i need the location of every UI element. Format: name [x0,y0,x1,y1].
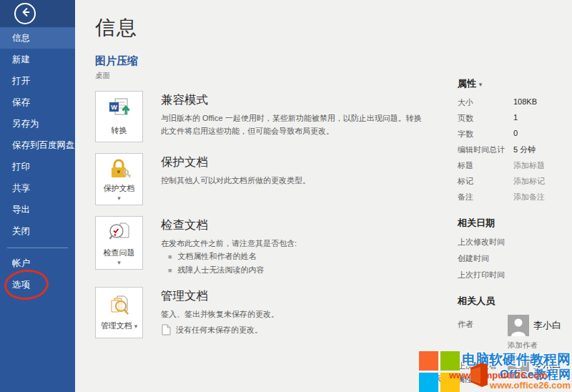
add-author-link[interactable]: 添加作者 [508,340,571,351]
lock-key-icon [108,158,131,182]
avatar [508,315,529,336]
sidebar-item-new[interactable]: 新建 [0,49,75,70]
sidebar-item-account[interactable]: 帐户 [0,253,75,274]
svg-text:W: W [111,104,117,111]
prop-row-comments: 备注 添加备注 [458,192,571,202]
prop-row-words: 字数 0 [458,129,571,139]
modifier-chip[interactable]: 李小白 [508,356,561,378]
author-chip[interactable]: 李小白 [508,315,561,336]
last-modifier-row: 上次修改者 李小白 [458,356,571,378]
inspect-heading: 检查文档 [161,217,297,233]
related-dates-section: 相关日期 上次修改时间 创建时间 上次打印时间 [458,217,571,280]
add-title-field[interactable]: 添加标题 [513,160,545,171]
bullet-icon: ■ [168,252,172,263]
convert-word-icon: W [107,97,132,124]
manage-document-icon [107,294,132,319]
protect-desc: 控制其他人可以对此文档所做的更改类型。 [161,174,310,187]
related-people-section: 相关人员 作者 李小白 添加作者 上次修改者 [458,295,571,378]
inspect-desc: 在发布此文件之前，请注意其是否包含: [161,237,297,250]
document-icon [161,324,171,335]
sidebar-item-print[interactable]: 打印 [0,156,75,177]
backstage-sidebar: 信息 新建 打开 保存 另存为 保存到百度网盘 打印 共享 导出 关闭 帐户 选… [0,0,75,392]
created-row: 创建时间 [458,253,571,264]
inspect-section: 检查问题 ▾ 检查文档 在发布此文件之前，请注意其是否包含: ■ 文档属性和作者… [95,216,450,277]
manage-button-label: 管理文档 ▾ [101,321,138,331]
manage-heading: 管理文档 [161,288,279,304]
compatibility-desc: 与旧版本的 Office 一起使用时，某些新功能被禁用，以防止出现问题。转换此文… [161,112,422,137]
sidebar-divider [7,248,68,248]
prop-row-edit-time: 编辑时间总计 5 分钟 [458,144,571,155]
add-tags-field[interactable]: 添加标记 [513,176,545,187]
bullet-icon: ■ [168,265,172,276]
sidebar-item-options-label: 选项 [12,280,30,290]
inspect-document-icon [108,221,131,246]
document-title: 图片压缩 [95,54,450,68]
manage-desc: 签入、签出并恢复未保存的更改。 [161,308,279,320]
avatar [508,356,529,378]
prop-row-size: 大小 108KB [458,97,571,108]
manage-section: 管理文档 ▾ 管理文档 签入、签出并恢复未保存的更改。 没有任何未保存的更改。 [95,287,450,338]
sidebar-item-info[interactable]: 信息 [0,27,75,49]
unsaved-changes-note: 没有任何未保存的更改。 [161,324,279,335]
properties-rail: 属性 ▾ 大小 108KB 页数 1 字数 0 编辑时间总计 5 分钟 标题 添… [458,77,571,392]
check-issues-dropdown-caret: ▾ [117,260,121,265]
sidebar-item-save-as[interactable]: 另存为 [0,113,75,134]
protect-button-label: 保护文档 [104,184,135,194]
add-comments-field[interactable]: 添加备注 [513,192,545,202]
compatibility-heading: 兼容模式 [161,92,422,108]
manage-document-button[interactable]: 管理文档 ▾ [95,287,143,338]
word-backstage-window: 信息 新建 打开 保存 另存为 保存到百度网盘 打印 共享 导出 关闭 帐户 选… [0,0,572,392]
sidebar-item-share[interactable]: 共享 [0,177,75,199]
sidebar-item-save[interactable]: 保存 [0,92,75,113]
related-people-header: 相关人员 [458,295,571,308]
inspect-bullet-1: ■ 文档属性和作者的姓名 [168,250,297,263]
last-modified-row: 上次修改时间 [458,237,571,248]
manage-dropdown-caret: ▾ [134,323,138,330]
sidebar-item-export[interactable]: 导出 [0,199,75,220]
protect-dropdown-caret: ▾ [117,196,121,200]
prop-row-tags: 标记 添加标记 [458,176,571,187]
check-for-issues-button[interactable]: 检查问题 ▾ [95,216,143,270]
sidebar-item-save-to-baidu[interactable]: 保存到百度网盘 [0,134,75,156]
compatibility-section: W 转换 兼容模式 与旧版本的 Office 一起使用时，某些新功能被禁用，以防… [95,91,450,142]
protect-document-button[interactable]: 保护文档 ▾ [95,153,143,205]
document-location: 桌面 [95,71,450,81]
author-row: 作者 李小白 [458,315,571,336]
protect-section: 保护文档 ▾ 保护文档 控制其他人可以对此文档所做的更改类型。 [95,153,450,205]
protect-heading: 保护文档 [161,155,310,170]
prop-row-pages: 页数 1 [458,113,571,124]
prop-row-title: 标题 添加标题 [458,160,571,171]
inspect-bullet-2: ■ 残障人士无法阅读的内容 [168,263,297,277]
sidebar-item-close[interactable]: 关闭 [0,220,75,242]
last-printed-row: 上次打印时间 [458,270,571,280]
page-title: 信息 [95,14,450,41]
related-dates-header: 相关日期 [458,217,571,230]
properties-header[interactable]: 属性 ▾ [458,77,571,90]
sidebar-item-options[interactable]: 选项 [0,274,75,295]
sidebar-nav: 信息 新建 打开 保存 另存为 保存到百度网盘 打印 共享 导出 关闭 帐户 选… [0,27,75,295]
back-arrow-icon [19,6,31,21]
show-all-properties-link[interactable]: 显示所有属性 [425,374,473,385]
back-button[interactable] [14,3,36,24]
convert-button[interactable]: W 转换 [95,91,143,142]
check-issues-button-label: 检查问题 [104,248,135,258]
properties-dropdown-caret: ▾ [479,81,483,88]
convert-button-label: 转换 [112,126,127,136]
info-panel: 信息 图片压缩 桌面 W 转换 [75,0,450,392]
sidebar-item-open[interactable]: 打开 [0,70,75,92]
sidebar-header [0,0,75,27]
